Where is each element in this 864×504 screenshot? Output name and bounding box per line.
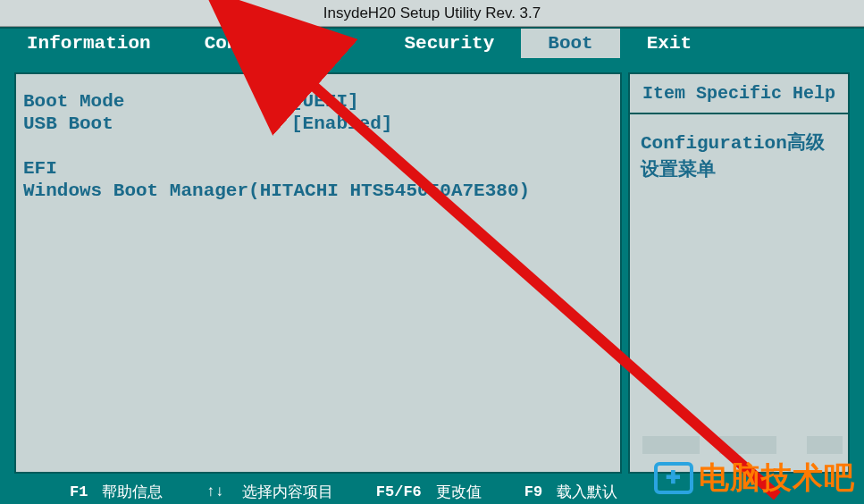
setting-usb-boot[interactable]: USB Boot [Enabled] (23, 113, 615, 135)
setting-value: [UEFI] (291, 90, 359, 113)
bios-tab-bar: Information Configuration Security Boot … (0, 27, 864, 58)
f1-key: F1 (70, 483, 88, 500)
setting-label: Boot Mode (23, 90, 291, 113)
arrow-keys-icon: ↑↓ (206, 483, 223, 500)
f5f6-label: 更改值 (436, 482, 482, 502)
watermark: 电脑技术吧 (654, 458, 855, 499)
f5f6-key: F5/F6 (376, 483, 422, 500)
smudge (642, 436, 700, 454)
item-help-panel: Item Specific Help Configuration高级设置菜单 (628, 72, 850, 474)
boot-entry-label: EFI (23, 157, 57, 180)
setting-label: USB Boot (23, 113, 291, 135)
f9-key: F9 (524, 483, 542, 500)
boot-settings-panel: Boot Mode [UEFI] USB Boot [Enabled] EFI … (14, 72, 622, 474)
tab-security[interactable]: Security (377, 29, 521, 58)
arrows-label: 选择内容项目 (242, 482, 333, 502)
boot-entry-label: Windows Boot Manager(HITACHI HTS545050A7… (23, 180, 530, 202)
setting-value: [Enabled] (291, 113, 392, 135)
bios-workarea: Boot Mode [UEFI] USB Boot [Enabled] EFI … (0, 58, 864, 479)
tab-information[interactable]: Information (0, 29, 178, 58)
watermark-text: 电脑技术吧 (699, 458, 855, 499)
setting-boot-mode[interactable]: Boot Mode [UEFI] (23, 90, 615, 113)
tab-exit[interactable]: Exit (620, 29, 718, 58)
window-title: InsydeH20 Setup Utility Rev. 3.7 (0, 0, 864, 27)
smudge (719, 436, 776, 454)
boot-entry-windows[interactable]: Windows Boot Manager(HITACHI HTS545050A7… (23, 180, 615, 202)
f9-label: 载入默认 (557, 482, 617, 502)
help-body: Configuration高级设置菜单 (630, 114, 848, 200)
f1-label: 帮助信息 (102, 482, 163, 502)
tab-configuration[interactable]: Configuration (178, 29, 378, 58)
tab-boot[interactable]: Boot (521, 29, 619, 58)
boot-entry-efi[interactable]: EFI (23, 157, 615, 180)
smudge (807, 436, 843, 454)
help-header: Item Specific Help (630, 74, 848, 114)
watermark-icon (654, 462, 693, 494)
